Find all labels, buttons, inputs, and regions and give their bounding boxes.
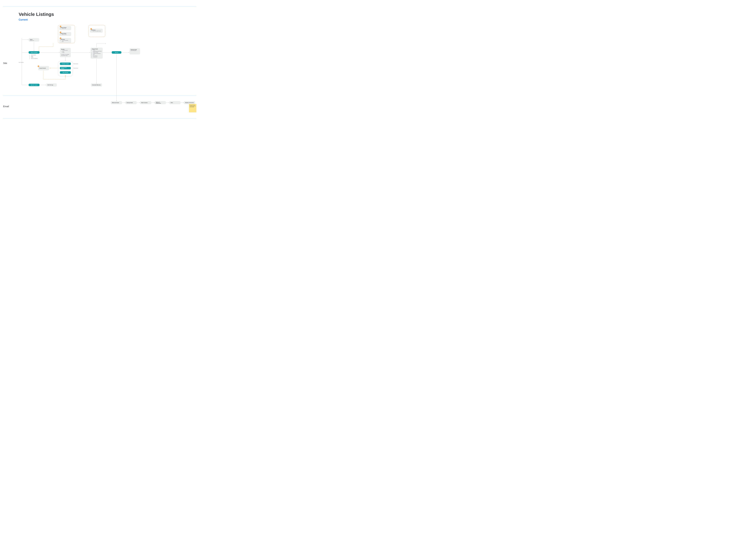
results-note: If location not available, show 500mi ra… — [61, 54, 70, 56]
node-buying-guide: Buying Guide Email Templates — [129, 48, 140, 54]
vd-comparison: Comparison — [93, 56, 101, 58]
buying-guide-sub: Email Templates — [131, 50, 139, 51]
warning-icon: ! — [91, 28, 92, 30]
bullet-autocomplete: Autocomplete — [31, 54, 37, 56]
error-api-down2-sub: Facets and search down — [93, 30, 101, 32]
button-change-location[interactable]: Change Location — [60, 62, 71, 65]
bullet-make: Make — [31, 56, 37, 57]
warning-icon: ! — [60, 32, 61, 33]
vd-totalprice: TotalPrice Breakdown — [93, 53, 101, 54]
button-filter-results[interactable]: Filter Results — [60, 71, 71, 74]
label-resets-facets-1: Resets facets — [74, 63, 78, 64]
email-vscs-label: VSCs — [171, 102, 173, 103]
email-buying-guide: Buying Guide — [125, 101, 137, 104]
email-voice-label: Voice of Experience — [156, 102, 165, 104]
node-empty-results-label: Empty Results — [40, 68, 46, 69]
node-home-sub: joinyaa.com — [30, 40, 38, 41]
divider-site-email — [3, 96, 196, 96]
node-empty-results: Empty Results — [38, 66, 49, 70]
error-api-down-sub: Facets and search down — [62, 40, 70, 42]
subtitle-current: Current — [19, 18, 28, 21]
section-label-site: Site — [3, 62, 7, 64]
warning-icon: ! — [38, 65, 39, 67]
vd-history: Price History — [93, 55, 101, 57]
divider-top — [3, 6, 196, 6]
results-item-filter: Filter — [63, 52, 70, 53]
email-coaches-label: Meet Coaches — [141, 102, 148, 103]
bullet-browse-all: Browse all (500mi) — [31, 58, 37, 59]
flow-connectors — [0, 0, 199, 149]
section-label-email: Email — [3, 105, 9, 108]
email-welcome-label: Welcome Email — [112, 102, 119, 103]
node-old-yaa-app: Old YAA App — [46, 83, 57, 86]
extended-warranty-label: Extended Warranty — [92, 84, 101, 85]
bullet-model: Model — [31, 57, 37, 58]
email-weekly: Weekly Community — [184, 101, 195, 104]
node-search-vehicles[interactable]: Search Vehicles — [29, 51, 40, 54]
node-home: Home joinyaa.com — [29, 38, 39, 42]
email-voice: Voice of Experience — [155, 101, 166, 104]
email-welcome: Welcome Email — [111, 101, 122, 104]
vd-price: Price (MSRP/Advertised/Total) — [93, 50, 101, 52]
warning-icon: ! — [60, 26, 61, 27]
warning-icon: ! — [60, 37, 61, 39]
email-buying-label: Buying Guide — [127, 102, 133, 103]
error-search-down-sub: Facets work — [62, 28, 70, 29]
results-item-sort: Sort — [63, 51, 70, 52]
node-results: Results Vehicle Result Sort Filter If lo… — [60, 48, 71, 57]
vd-vsc: VSC — [93, 54, 101, 55]
button-execute-new-search[interactable]: Execute New Search — [60, 67, 71, 70]
error-facets-down-sub: Search works — [62, 34, 70, 35]
node-signup-login[interactable]: Sign Up / Log In — [29, 84, 40, 86]
node-vehicle-detail: Vehicle Detail Price (MSRP/Advertised/To… — [91, 48, 103, 59]
node-extended-warranty: Extended Warranty — [91, 83, 102, 86]
label-resets-facets-2: Resets facets — [74, 68, 78, 69]
divider-email-bottom — [3, 118, 196, 118]
sticky-note-text: Not sure if new members get this automat… — [189, 105, 196, 107]
node-old-yaa-app-label: Old YAA App — [48, 84, 53, 85]
sticky-note: Not sure if new members get this automat… — [189, 104, 197, 112]
results-item-vehicle: Vehicle Result — [63, 50, 70, 51]
vd-details: Vehicle Details — [93, 52, 101, 53]
label-from-top-nav: From Top Nav — [19, 62, 24, 63]
email-meet-coaches: Meet Coaches — [140, 101, 151, 104]
email-vscs: VSCs — [169, 101, 181, 104]
search-vehicles-bullets: Autocomplete Make Model Browse all (500m… — [30, 54, 37, 59]
node-signup[interactable]: Sign Up — [112, 51, 121, 54]
page-title: Vehicle Listings — [19, 12, 54, 17]
email-weekly-label: Weekly Community — [185, 102, 194, 103]
